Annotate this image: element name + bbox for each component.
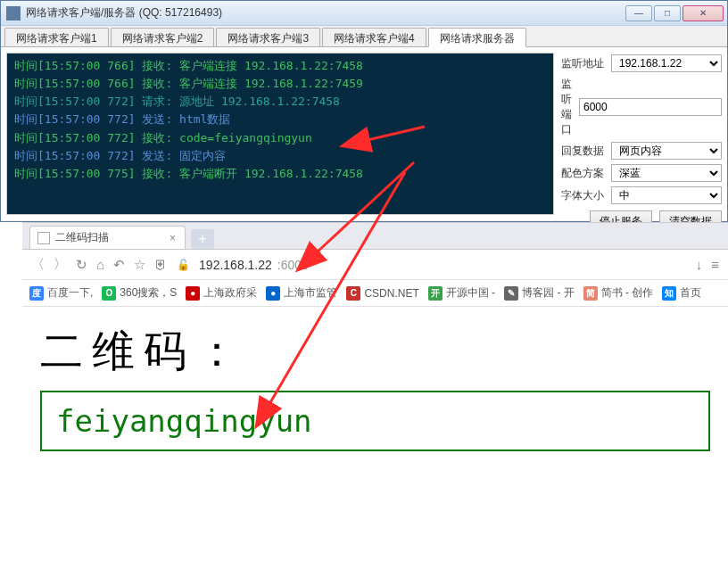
page-result-value: feiyangqingyun [56,403,694,439]
bookmark-item[interactable]: ●上海政府采 [186,285,257,301]
bookmark-label: 360搜索，S [120,285,177,301]
undo-icon[interactable]: ↶ [113,257,125,273]
bookmark-icon: ● [186,286,200,301]
bookmark-label: 博客园 - 开 [522,285,575,301]
url-host: 192.168.1.22 [199,258,272,272]
bookmark-label: 上海市监管 [284,285,337,301]
minimize-button[interactable]: — [625,5,652,21]
bookmark-label: 简书 - 创作 [601,285,654,301]
tab-close-icon[interactable]: × [170,232,176,244]
console-line: 时间[15:57:00 766] 接收: 客户端连接 192.168.1.22:… [14,75,546,93]
bookmark-item[interactable]: O360搜索，S [102,285,177,301]
browser-tabbar: 二维码扫描 × + [22,223,728,250]
app-window: 网络请求客户端/服务器 (QQ: 517216493) — □ ✕ 网络请求客户… [0,0,728,222]
tab-0[interactable]: 网络请求客户端1 [4,28,109,46]
star-icon[interactable]: ☆ [134,257,145,273]
bookmark-icon: 简 [583,286,598,301]
favicon-icon [37,232,50,244]
bookmark-label: 开源中国 - [446,285,495,301]
reply-label: 回复数据 [561,144,608,159]
bookmark-icon: C [346,286,360,301]
bookmarks-bar: 度百度一下,O360搜索，S●上海政府采●上海市监管CCSDN.NET开开源中国… [22,280,728,307]
bookmark-item[interactable]: ●上海市监管 [266,285,337,301]
console-line: 时间[15:57:00 772] 请求: 源地址 192.168.1.22:74… [14,93,546,111]
console-log: 时间[15:57:00 766] 接收: 客户端连接 192.168.1.22:… [6,53,554,215]
maximize-button[interactable]: □ [654,5,681,21]
bookmark-item[interactable]: CCSDN.NET [346,286,418,301]
bookmark-item[interactable]: 简简书 - 创作 [583,285,654,301]
reply-select[interactable]: 网页内容 [611,142,722,160]
bookmark-item[interactable]: 知首页 [662,285,701,301]
browser-window: 二维码扫描 × + 〈 〉 ↻ ⌂ ↶ ☆ ⛨ 🔓 192.168.1.22:6… [22,222,728,569]
console-line: 时间[15:57:00 775] 接收: 客户端断开 192.168.1.22:… [14,165,546,183]
theme-label: 配色方案 [561,166,608,181]
url-input[interactable]: 192.168.1.22:6000 [199,258,687,272]
tab-2[interactable]: 网络请求客户端3 [216,28,320,46]
address-bar: 〈 〉 ↻ ⌂ ↶ ☆ ⛨ 🔓 192.168.1.22:6000 ↓ ≡ [22,250,728,280]
bookmark-icon: ✎ [504,286,518,301]
browser-tab-title: 二维码扫描 [55,230,164,245]
page-result-box: feiyangqingyun [40,391,710,451]
page-heading: 二维码： [40,323,710,380]
bookmark-item[interactable]: ✎博客园 - 开 [504,285,575,301]
app-icon [6,6,21,21]
console-line: 时间[15:57:00 772] 接收: code=feiyangqingyun [14,129,546,147]
page-content: 二维码： feiyangqingyun [22,307,728,467]
reload-icon[interactable]: ↻ [76,257,87,273]
font-label: 字体大小 [561,188,608,203]
url-port: :6000 [277,258,309,272]
lock-insecure-icon: 🔓 [177,259,190,271]
new-tab-button[interactable]: + [191,229,214,249]
bookmark-icon: 知 [662,286,676,301]
port-label: 监听端口 [561,77,575,137]
console-line: 时间[15:57:00 772] 发送: 固定内容 [14,147,546,165]
bookmark-label: CSDN.NET [364,287,418,300]
addr-select[interactable]: 192.168.1.22 [611,54,722,72]
port-input[interactable] [579,98,722,116]
window-title: 网络请求客户端/服务器 (QQ: 517216493) [26,5,625,21]
tab-1[interactable]: 网络请求客户端2 [111,28,215,46]
back-icon[interactable]: 〈 [31,256,45,273]
font-select[interactable]: 中 [611,186,722,204]
theme-select[interactable]: 深蓝 [611,164,722,182]
bookmark-icon: 度 [29,286,44,301]
tab-4[interactable]: 网络请求服务器 [428,28,526,47]
tab-3[interactable]: 网络请求客户端4 [322,28,426,46]
close-button[interactable]: ✕ [682,5,724,21]
titlebar[interactable]: 网络请求客户端/服务器 (QQ: 517216493) — □ ✕ [1,1,727,26]
bookmark-label: 百度一下, [47,285,93,301]
download-icon[interactable]: ↓ [696,257,703,272]
forward-icon[interactable]: 〉 [54,256,67,273]
bookmark-icon: O [102,286,116,301]
console-line: 时间[15:57:00 766] 接收: 客户端连接 192.168.1.22:… [14,57,546,75]
side-panel: 监听地址 192.168.1.22 监听端口 回复数据 网页内容 配色方案 深蓝… [561,53,722,215]
bookmark-icon: ● [266,286,280,301]
bookmark-label: 首页 [680,285,701,301]
home-icon[interactable]: ⌂ [96,257,104,272]
bookmark-item[interactable]: 开开源中国 - [428,285,495,301]
tabbar: 网络请求客户端1网络请求客户端2网络请求客户端3网络请求客户端4网络请求服务器 [1,26,727,46]
shield-icon[interactable]: ⛨ [154,257,168,272]
bookmark-label: 上海政府采 [203,285,257,301]
browser-tab[interactable]: 二维码扫描 × [29,226,186,249]
bookmark-item[interactable]: 度百度一下, [29,285,93,301]
console-line: 时间[15:57:00 772] 发送: html数据 [14,111,546,128]
addr-label: 监听地址 [561,56,608,71]
menu-icon[interactable]: ≡ [711,257,719,272]
bookmark-icon: 开 [428,286,443,301]
